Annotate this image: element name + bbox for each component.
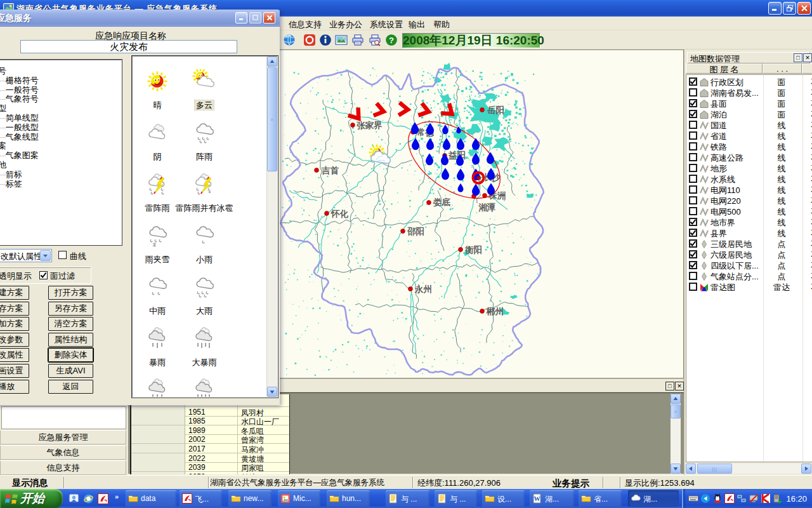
weather-icon-多云[interactable] <box>192 69 216 93</box>
restore-button[interactable] <box>783 2 796 15</box>
weather-label-大雨[interactable]: 大雨 <box>166 305 242 317</box>
taskbar-task-0[interactable]: data <box>126 490 176 507</box>
scroll-thumb[interactable]: ≡ <box>671 404 681 418</box>
disconnect-icon[interactable] <box>749 493 759 504</box>
network-icon[interactable] <box>737 493 747 504</box>
combo-dropdown-icon[interactable] <box>40 250 51 261</box>
scroll-thumb[interactable]: ||| <box>697 464 732 474</box>
checkbox-checked-icon[interactable] <box>689 239 697 248</box>
layer-row-地形[interactable]: 地形线不 <box>686 163 812 173</box>
weather-icon-雨夹雪[interactable] <box>145 224 169 248</box>
weather-icon-晴[interactable] <box>145 69 169 93</box>
dialog-button-另存方案[interactable]: 另存方案 <box>48 302 93 316</box>
checkbox-checked-icon[interactable] <box>689 77 697 86</box>
info-icon[interactable] <box>318 33 332 47</box>
lang-icon[interactable] <box>700 493 710 504</box>
fetion-icon[interactable] <box>98 493 108 504</box>
tree-item-一般符号[interactable]: ·····一般符号 <box>0 84 39 94</box>
checkbox-unchecked-icon[interactable] <box>689 272 697 280</box>
table-row[interactable]: 2017马家冲 <box>131 444 289 453</box>
dock-vertical-scrollbar[interactable]: ≡ <box>671 394 681 474</box>
left-panel-button-1[interactable]: 气象信息 <box>0 445 126 460</box>
qq-icon[interactable] <box>712 493 723 504</box>
menu-item-1[interactable]: 业务办公 <box>328 18 363 31</box>
table-row[interactable]: 1985水口山一厂 <box>131 416 289 425</box>
menu-item-3[interactable]: 输出 <box>407 18 426 31</box>
taskbar-task-4[interactable]: hun... <box>327 490 370 507</box>
layer-row-三级居民地[interactable]: 三级居民地点不 <box>686 238 812 249</box>
weather-icon-雷阵雨[interactable] <box>145 172 169 196</box>
tree-item-简单线型[interactable]: ·····简单线型 <box>0 112 39 122</box>
checkbox-checked-icon[interactable] <box>689 250 697 258</box>
taskbar-task-9[interactable]: 省... <box>579 490 622 507</box>
table-row[interactable]: 1989冬瓜咀 <box>131 425 289 435</box>
weather-label-阵雨[interactable]: 阵雨 <box>166 151 242 163</box>
weather-icon-暴雨[interactable] <box>145 326 169 351</box>
checkbox-unchecked-icon[interactable] <box>689 207 697 215</box>
layer-row-高速公路[interactable]: 高速公路线不 <box>686 152 812 163</box>
taskbar-task-3[interactable]: Mic... <box>278 490 320 507</box>
start-button[interactable]: 开始 <box>0 489 63 508</box>
layer-row-电网110[interactable]: 电网110线不 <box>686 184 812 195</box>
weather-icon-阵雨[interactable] <box>192 121 216 145</box>
taskbar-task-8[interactable]: W湖... <box>530 490 574 507</box>
checkbox-checked-icon[interactable] <box>689 229 697 237</box>
layer-row-地市界[interactable]: 地市界线不 <box>686 217 812 227</box>
ie-icon[interactable] <box>83 493 94 504</box>
face-filter-checkbox[interactable] <box>39 271 48 279</box>
dialog-button-新建方案[interactable]: 新建方案 <box>0 286 29 300</box>
checkbox-unchecked-icon[interactable] <box>689 142 697 150</box>
checkbox-unchecked-icon[interactable] <box>689 121 697 129</box>
image-icon[interactable] <box>334 33 348 47</box>
table-row[interactable]: 2053长塘子 <box>131 472 289 474</box>
weather-icon-partial[interactable] <box>192 378 216 398</box>
checkbox-unchecked-icon[interactable] <box>689 175 697 183</box>
layer-row-雷达图[interactable]: 雷达图雷达不 <box>686 281 812 292</box>
tree-item-其他[interactable]: 其他 <box>0 159 6 169</box>
layer-row-六级居民地[interactable]: 六级居民地点不 <box>686 249 812 260</box>
globe-icon[interactable] <box>282 33 296 47</box>
column-extra[interactable] <box>802 64 812 74</box>
dialog-close-button[interactable] <box>263 12 275 23</box>
printer-icon[interactable] <box>351 33 365 47</box>
default-attr-combo[interactable]: 修改默认属性 <box>0 249 52 262</box>
dialog-maximize-button[interactable] <box>249 12 261 23</box>
scroll-right-icon[interactable] <box>801 464 811 474</box>
scroll-down-icon[interactable] <box>671 464 681 474</box>
tree-item-符号[interactable]: 符号 <box>0 65 6 75</box>
taskbar-task-7[interactable]: 设... <box>482 490 525 507</box>
quicklaunch-expand-icon[interactable]: » <box>115 493 119 500</box>
table-row[interactable]: 2002曾家湾 <box>131 434 289 444</box>
layer-row-水系线[interactable]: 水系线线不 <box>686 173 812 184</box>
scroll-left-icon[interactable] <box>686 464 696 474</box>
curve-checkbox[interactable] <box>58 251 67 259</box>
layer-row-国道[interactable]: 国道线不 <box>686 119 812 130</box>
station-table[interactable]: 1951凤羽村1985水口山一厂1989冬瓜咀2002曾家湾2017马家冲202… <box>130 394 290 474</box>
layer-row-电网500[interactable]: 电网500线不 <box>686 206 812 217</box>
dialog-button-生成AVI[interactable]: 生成AVI <box>48 364 93 378</box>
tree-item-图案[interactable]: 图案 <box>0 140 6 150</box>
layer-row-省道[interactable]: 省道线不 <box>686 130 812 141</box>
weather-icon-partial[interactable] <box>145 378 169 398</box>
layer-row-县面[interactable]: 县面面不 <box>686 98 812 109</box>
tree-item-气象图案[interactable]: ·····气象图案 <box>0 150 39 159</box>
message-listbox[interactable] <box>1 406 126 429</box>
weather-symbol-list[interactable]: 晴 多云 阴 阵雨 雷阵雨 雷阵雨并有冰雹 雨夹雪 小雨 中雨 大雨 暴雨 大暴… <box>132 56 278 398</box>
checkbox-checked-icon[interactable] <box>689 110 697 118</box>
project-name-input[interactable]: 火灾发布 <box>20 40 237 53</box>
weather-icon-大暴雨[interactable] <box>192 326 216 351</box>
column-dots[interactable]: . . . <box>763 64 802 74</box>
checkbox-checked-icon[interactable] <box>689 218 697 226</box>
symbol-tree[interactable]: 符号·····栅格符号·····一般符号·····气象符号线型·····简单线型… <box>0 60 122 245</box>
layer-row-铁路[interactable]: 铁路线不 <box>686 141 812 152</box>
tree-item-气象符号[interactable]: ·····气象符号 <box>0 93 39 103</box>
left-panel-button-0[interactable]: 应急服务管理 <box>0 430 126 444</box>
weather-label-雷阵雨并有冰雹[interactable]: 雷阵雨并有冰雹 <box>166 203 242 214</box>
dialog-button-清空方案[interactable]: 清空方案 <box>48 317 93 331</box>
tree-item-标签[interactable]: ·····标签 <box>0 178 22 188</box>
dialog-button-返回[interactable]: 返回 <box>48 380 93 394</box>
tree-item-一般线型[interactable]: ·····一般线型 <box>0 122 39 131</box>
checkbox-checked-icon[interactable] <box>689 261 697 269</box>
dialog-minimize-button[interactable] <box>235 12 247 23</box>
scroll-down-icon[interactable] <box>267 387 277 397</box>
